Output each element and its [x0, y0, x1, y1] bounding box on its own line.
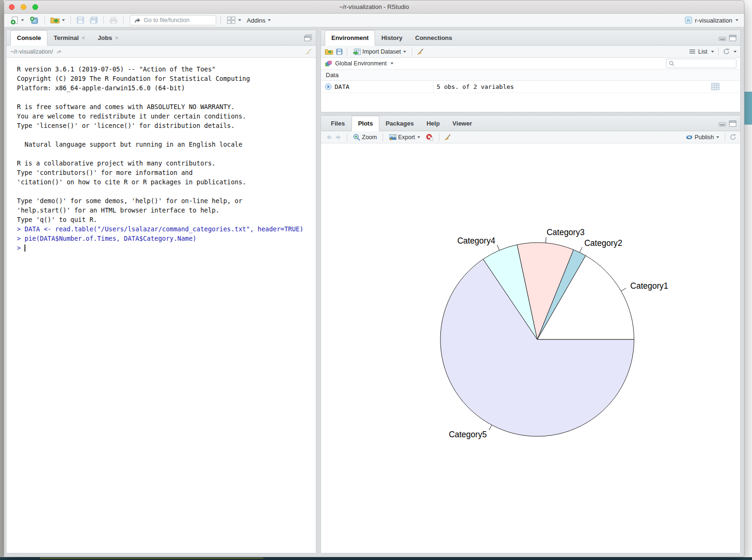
close-icon[interactable]: × [115, 34, 118, 41]
maximize-pane-icon[interactable] [729, 35, 736, 41]
export-image-icon [389, 134, 397, 141]
chevron-down-icon [238, 19, 241, 21]
close-icon[interactable]: × [82, 34, 86, 41]
tab-jobs[interactable]: Jobs × [92, 30, 125, 45]
clear-plots-broom-icon[interactable] [444, 134, 451, 141]
view-mode-label[interactable]: List [698, 48, 707, 55]
new-project-icon: R [30, 16, 39, 25]
tab-files[interactable]: Files [325, 116, 352, 131]
tab-viewer[interactable]: Viewer [446, 116, 479, 131]
previous-plot-arrow-icon[interactable] [325, 134, 332, 141]
chevron-down-icon [716, 136, 719, 138]
zoom-plot-button[interactable]: Zoom [352, 133, 378, 142]
print-button[interactable] [108, 16, 119, 25]
maximize-pane-icon[interactable] [304, 34, 312, 41]
tab-connections[interactable]: Connections [409, 30, 459, 45]
window-title: ~/r-visualization - RStudio [339, 3, 409, 10]
tab-history[interactable]: History [375, 30, 409, 45]
pie-label-tick [580, 247, 582, 252]
minimize-pane-icon[interactable] [719, 35, 726, 41]
pie-label-category3: Category3 [547, 228, 585, 237]
toolbar-separator [439, 133, 439, 142]
minimize-window-button[interactable] [21, 4, 26, 10]
chevron-down-icon [21, 19, 24, 21]
tab-terminal[interactable]: Terminal × [47, 30, 92, 45]
list-view-icon [689, 49, 696, 54]
tab-label: Viewer [453, 120, 472, 127]
environment-pane: Environment History Connections [321, 30, 741, 112]
next-plot-arrow-icon[interactable] [335, 134, 343, 141]
toolbar-separator [347, 47, 347, 56]
desktop-bottom-strip [0, 557, 752, 560]
clear-environment-broom-icon[interactable] [416, 48, 424, 55]
global-environment-icon [325, 60, 332, 67]
console-command-history: > DATA <- read.table("/Users/lsalazar/co… [17, 224, 316, 243]
tab-console[interactable]: Console [10, 30, 47, 46]
project-menu-button[interactable]: R r-visualization [684, 16, 738, 24]
close-window-button[interactable] [9, 4, 15, 10]
chevron-down-icon [736, 19, 738, 21]
refresh-icon[interactable] [723, 48, 730, 55]
svg-text:R: R [687, 18, 690, 23]
pane-layout-button[interactable] [225, 15, 243, 25]
refresh-plot-icon[interactable] [729, 134, 736, 141]
maximize-pane-icon[interactable] [729, 120, 736, 127]
desktop-left-strip [0, 0, 4, 560]
text-cursor [24, 245, 25, 252]
tab-help[interactable]: Help [420, 116, 446, 131]
toolbar-separator [70, 16, 71, 24]
goto-file-input[interactable] [144, 17, 205, 24]
console-prompt-line[interactable]: > [17, 243, 316, 252]
publish-label: Publish [695, 134, 714, 141]
search-icon [669, 61, 674, 66]
tab-plots[interactable]: Plots [352, 116, 380, 131]
minimize-pane-icon[interactable] [719, 121, 726, 126]
pie-label-tick [489, 425, 492, 430]
tab-packages[interactable]: Packages [379, 116, 420, 131]
console-output[interactable]: R version 3.6.1 (2019-07-05) -- "Action … [7, 58, 316, 553]
environment-object-row[interactable]: DATA 5 obs. of 2 variables [321, 81, 740, 93]
tab-label: Help [426, 120, 439, 127]
clear-console-broom-icon[interactable] [305, 48, 312, 55]
working-directory-label: ~/r-visualization/ [10, 48, 53, 55]
zoom-window-button[interactable] [32, 4, 38, 10]
save-workspace-icon[interactable] [336, 48, 343, 55]
chevron-down-icon [391, 63, 393, 64]
tab-label: Connections [415, 34, 452, 41]
goto-file-search[interactable] [130, 15, 216, 25]
background-accent-line [40, 558, 263, 559]
new-file-button[interactable] [9, 15, 25, 25]
console-pane: Console Terminal × Jobs × [6, 30, 316, 553]
toolbar-separator [44, 16, 45, 24]
environment-search-input[interactable] [676, 60, 730, 67]
toolbar-separator [220, 16, 221, 24]
environment-tabstrip: Environment History Connections [321, 30, 740, 46]
import-dataset-label: Import Dataset [362, 48, 401, 55]
import-dataset-button[interactable]: Import Dataset [352, 47, 407, 56]
save-all-button[interactable] [88, 16, 99, 25]
load-workspace-folder-icon[interactable] [325, 48, 333, 55]
remove-plot-x-icon [426, 134, 433, 141]
remove-plot-button[interactable] [424, 133, 435, 142]
new-project-button[interactable]: R [28, 15, 40, 26]
object-summary: 5 obs. of 2 variables [434, 83, 514, 90]
addins-button[interactable]: Addins [245, 16, 272, 25]
chevron-down-icon [734, 51, 736, 53]
expand-object-icon[interactable] [325, 83, 332, 90]
data-section-label: Data [326, 71, 338, 79]
goto-arrow-icon [134, 17, 141, 24]
object-name: DATA [335, 83, 349, 90]
export-plot-button[interactable]: Export [387, 133, 422, 142]
zoom-magnifier-icon [353, 134, 360, 141]
zoom-label: Zoom [362, 134, 377, 141]
view-table-icon[interactable] [711, 83, 720, 90]
plot-canvas: Category1Category2Category3Category4Cate… [321, 143, 740, 553]
open-in-new-arrow-icon[interactable] [56, 49, 63, 55]
publish-button[interactable]: Publish [684, 133, 721, 142]
environment-search-box[interactable] [666, 59, 736, 68]
pane-grid-icon [227, 16, 236, 24]
tab-environment[interactable]: Environment [325, 30, 375, 46]
save-button[interactable] [75, 16, 86, 25]
environment-scope-label[interactable]: Global Environment [335, 60, 387, 67]
open-file-button[interactable] [49, 16, 66, 25]
